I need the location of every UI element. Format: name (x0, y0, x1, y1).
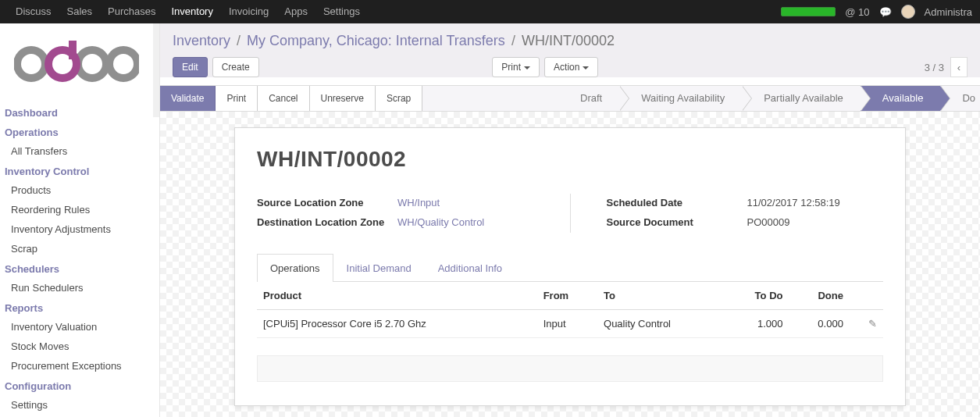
col-done[interactable]: Done (789, 282, 849, 310)
discuss-icon[interactable]: 💬 (879, 6, 892, 18)
operations-table: Product From To To Do Done [CPUi5] Proce… (257, 282, 883, 338)
col-to[interactable]: To (597, 282, 725, 310)
cell-to: Quality Control (597, 309, 725, 337)
sidebar: Dashboard Operations All Transfers Inven… (0, 23, 160, 417)
nav-inventory[interactable]: Inventory (163, 0, 220, 23)
sidebar-section-reports[interactable]: Reports (0, 298, 159, 317)
unreserve-button[interactable]: Unreserve (310, 86, 376, 111)
sidebar-item-procurement-exceptions[interactable]: Procurement Exceptions (0, 356, 159, 376)
col-product[interactable]: Product (257, 282, 537, 310)
record-title: WH/INT/00002 (257, 147, 883, 172)
label-scheduled-date: Scheduled Date (607, 197, 747, 210)
cancel-button[interactable]: Cancel (258, 86, 309, 111)
control-panel: Inventory / My Company, Chicago: Interna… (160, 23, 980, 77)
sidebar-section-dashboard[interactable]: Dashboard (0, 102, 159, 122)
col-from[interactable]: From (537, 282, 597, 310)
pager-prev[interactable]: ‹ (950, 57, 968, 77)
tabs: Operations Initial Demand Additional Inf… (257, 253, 883, 282)
print-button[interactable]: Print (216, 86, 258, 111)
user-menu[interactable]: Administra (925, 6, 972, 18)
sidebar-item-products[interactable]: Products (0, 180, 159, 200)
scrollbar[interactable] (153, 23, 159, 117)
tab-operations[interactable]: Operations (257, 254, 333, 282)
cell-todo: 1.000 (725, 309, 789, 337)
nav-settings[interactable]: Settings (315, 0, 368, 23)
label-dest-location: Destination Location Zone (257, 216, 397, 230)
breadcrumb: Inventory / My Company, Chicago: Interna… (173, 33, 968, 49)
sidebar-item-run-schedulers[interactable]: Run Schedulers (0, 278, 159, 298)
nav-sales[interactable]: Sales (59, 0, 101, 23)
svg-point-0 (17, 50, 45, 78)
sidebar-section-schedulers[interactable]: Schedulers (0, 258, 159, 278)
value-source-doc: PO00009 (747, 216, 790, 230)
chevron-down-icon (583, 66, 589, 70)
pager: 3 / 3 ‹ (925, 57, 968, 77)
state-draft[interactable]: Draft (558, 86, 619, 111)
sidebar-item-stock-moves[interactable]: Stock Moves (0, 337, 159, 356)
chevron-down-icon (524, 66, 530, 70)
breadcrumb-sep: / (511, 33, 515, 49)
sidebar-section-operations[interactable]: Operations (0, 122, 159, 141)
breadcrumb-parent[interactable]: My Company, Chicago: Internal Transfers (247, 33, 505, 49)
cell-product: [CPUi5] Processor Core i5 2.70 Ghz (257, 309, 537, 337)
sidebar-item-reordering[interactable]: Reordering Rules (0, 200, 159, 219)
svg-point-1 (78, 50, 106, 78)
sidebar-item-inventory-adjustments[interactable]: Inventory Adjustments (0, 219, 159, 239)
top-nav-links: Discuss Sales Purchases Inventory Invoic… (8, 0, 368, 23)
sidebar-item-settings[interactable]: Settings (0, 395, 159, 415)
sidebar-section-configuration[interactable]: Configuration (0, 376, 159, 395)
state-available[interactable]: Available (861, 86, 941, 111)
logo[interactable] (0, 23, 159, 102)
state-partial[interactable]: Partially Available (742, 86, 861, 111)
field-separator (570, 194, 571, 233)
print-dropdown[interactable]: Print (492, 57, 540, 77)
nav-discuss[interactable]: Discuss (8, 0, 59, 23)
nav-purchases[interactable]: Purchases (100, 0, 163, 23)
scrap-button[interactable]: Scrap (376, 86, 422, 111)
im-status-bar (781, 7, 836, 16)
create-button[interactable]: Create (212, 57, 259, 77)
value-scheduled-date: 11/02/2017 12:58:19 (747, 197, 840, 210)
state-waiting[interactable]: Waiting Availability (619, 86, 742, 111)
odoo-logo-icon (14, 41, 139, 83)
breadcrumb-sep: / (237, 33, 241, 49)
value-dest-location[interactable]: WH/Quality Control (397, 216, 484, 230)
edit-row-icon[interactable]: ✎ (868, 318, 877, 330)
breadcrumb-current: WH/INT/00002 (522, 33, 615, 49)
col-todo[interactable]: To Do (725, 282, 789, 310)
validate-button[interactable]: Validate (160, 86, 216, 111)
cell-done: 0.000 (789, 309, 849, 337)
tab-additional-info[interactable]: Additional Info (425, 254, 515, 282)
col-actions (850, 282, 883, 310)
label-source-doc: Source Document (607, 216, 747, 230)
cell-from: Input (537, 309, 597, 337)
svg-rect-4 (69, 41, 77, 59)
sidebar-item-scrap[interactable]: Scrap (0, 239, 159, 258)
form-sheet: WH/INT/00002 Source Location Zone WH/Inp… (234, 127, 906, 406)
sidebar-item-inventory-valuation[interactable]: Inventory Valuation (0, 317, 159, 337)
tab-initial-demand[interactable]: Initial Demand (333, 254, 425, 282)
nav-invoicing[interactable]: Invoicing (221, 0, 276, 23)
avatar[interactable] (901, 5, 915, 19)
breadcrumb-root[interactable]: Inventory (173, 33, 230, 49)
pager-position: 3 / 3 (925, 62, 944, 73)
sidebar-section-inventory-control[interactable]: Inventory Control (0, 161, 159, 180)
action-dropdown[interactable]: Action (544, 57, 598, 77)
status-bar: Validate Print Cancel Unreserve Scrap Dr… (160, 85, 980, 112)
svg-point-2 (109, 50, 137, 78)
nav-apps[interactable]: Apps (276, 0, 315, 23)
table-row[interactable]: [CPUi5] Processor Core i5 2.70 Ghz Input… (257, 309, 883, 337)
value-source-location[interactable]: WH/Input (397, 197, 440, 210)
edit-button[interactable]: Edit (173, 57, 208, 77)
sidebar-item-all-transfers[interactable]: All Transfers (0, 141, 159, 161)
footer-placeholder (257, 355, 883, 382)
mail-count[interactable]: @ 10 (845, 6, 869, 18)
top-navbar: Discuss Sales Purchases Inventory Invoic… (0, 0, 980, 23)
label-source-location: Source Location Zone (257, 197, 397, 210)
